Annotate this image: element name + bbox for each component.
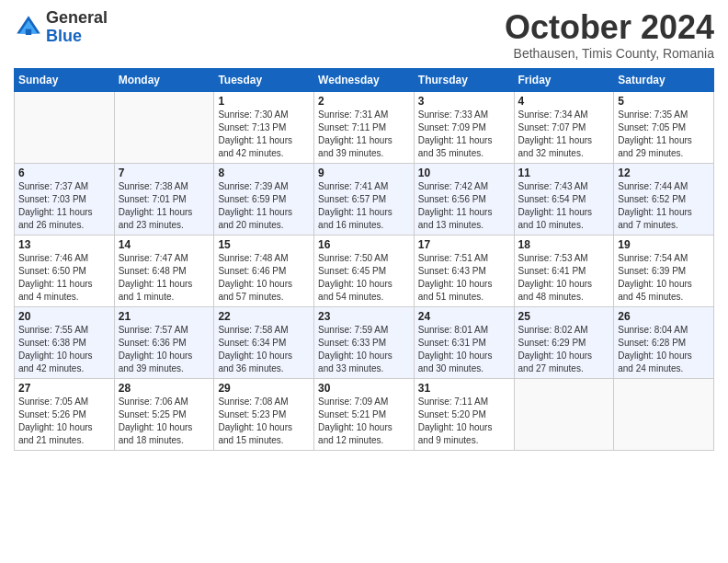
day-info: Sunrise: 7:53 AMSunset: 6:41 PMDaylight:… [518,252,610,304]
calendar-day-14: 14Sunrise: 7:47 AMSunset: 6:48 PMDayligh… [114,235,214,306]
day-number: 26 [618,310,710,323]
calendar-day-empty [614,378,714,450]
calendar-day-24: 24Sunrise: 8:01 AMSunset: 6:31 PMDayligh… [414,306,514,378]
calendar-day-7: 7Sunrise: 7:38 AMSunset: 7:01 PMDaylight… [114,163,214,235]
calendar-day-23: 23Sunrise: 7:59 AMSunset: 6:33 PMDayligh… [314,306,415,378]
weekday-header-row: SundayMondayTuesdayWednesdayThursdayFrid… [15,68,714,91]
day-number: 7 [119,167,210,179]
day-number: 21 [119,310,210,323]
calendar-day-29: 29Sunrise: 7:08 AMSunset: 5:23 PMDayligh… [214,378,314,450]
day-number: 6 [18,167,110,179]
calendar-day-9: 9Sunrise: 7:41 AMSunset: 6:57 PMDaylight… [314,163,415,235]
calendar-day-27: 27Sunrise: 7:05 AMSunset: 5:26 PMDayligh… [15,378,115,450]
logo-general: General [46,9,108,28]
calendar-day-22: 22Sunrise: 7:58 AMSunset: 6:34 PMDayligh… [214,306,314,378]
logo-text: General Blue [46,9,108,46]
day-info: Sunrise: 8:02 AMSunset: 6:29 PMDaylight:… [518,324,610,375]
svg-rect-2 [26,29,31,34]
day-info: Sunrise: 7:06 AMSunset: 5:25 PMDaylight:… [119,396,210,447]
day-info: Sunrise: 7:09 AMSunset: 5:21 PMDaylight:… [318,396,410,447]
day-number: 2 [318,95,410,108]
day-info: Sunrise: 7:44 AMSunset: 6:52 PMDaylight:… [618,180,710,232]
day-number: 31 [418,382,510,395]
day-info: Sunrise: 7:47 AMSunset: 6:48 PMDaylight:… [119,252,210,304]
day-info: Sunrise: 7:35 AMSunset: 7:05 PMDaylight:… [618,109,710,160]
day-info: Sunrise: 8:04 AMSunset: 6:28 PMDaylight:… [618,324,710,375]
weekday-header-monday: Monday [114,68,214,91]
calendar-day-18: 18Sunrise: 7:53 AMSunset: 6:41 PMDayligh… [514,235,614,306]
day-info: Sunrise: 7:11 AMSunset: 5:20 PMDaylight:… [418,396,510,447]
logo: General Blue [14,9,108,46]
calendar-day-20: 20Sunrise: 7:55 AMSunset: 6:38 PMDayligh… [15,306,115,378]
day-number: 24 [418,310,510,323]
day-info: Sunrise: 7:37 AMSunset: 7:03 PMDaylight:… [18,180,110,232]
day-number: 28 [119,382,210,395]
day-number: 17 [418,238,510,251]
calendar-day-26: 26Sunrise: 8:04 AMSunset: 6:28 PMDayligh… [614,306,714,378]
calendar-day-empty [15,91,115,163]
calendar-day-28: 28Sunrise: 7:06 AMSunset: 5:25 PMDayligh… [114,378,214,450]
day-number: 16 [318,238,410,251]
calendar-day-13: 13Sunrise: 7:46 AMSunset: 6:50 PMDayligh… [15,235,115,306]
day-info: Sunrise: 7:31 AMSunset: 7:11 PMDaylight:… [318,109,410,160]
day-info: Sunrise: 7:30 AMSunset: 7:13 PMDaylight:… [218,109,310,160]
calendar-week-row: 20Sunrise: 7:55 AMSunset: 6:38 PMDayligh… [15,306,714,378]
day-info: Sunrise: 7:55 AMSunset: 6:38 PMDaylight:… [18,324,110,375]
calendar-day-21: 21Sunrise: 7:57 AMSunset: 6:36 PMDayligh… [114,306,214,378]
day-info: Sunrise: 8:01 AMSunset: 6:31 PMDaylight:… [418,324,510,375]
day-number: 13 [18,238,110,251]
day-info: Sunrise: 7:59 AMSunset: 6:33 PMDaylight:… [318,324,410,375]
day-info: Sunrise: 7:39 AMSunset: 6:59 PMDaylight:… [218,180,310,232]
calendar-day-25: 25Sunrise: 8:02 AMSunset: 6:29 PMDayligh… [514,306,614,378]
calendar-day-6: 6Sunrise: 7:37 AMSunset: 7:03 PMDaylight… [15,163,115,235]
day-info: Sunrise: 7:05 AMSunset: 5:26 PMDaylight:… [18,396,110,447]
calendar-day-17: 17Sunrise: 7:51 AMSunset: 6:43 PMDayligh… [414,235,514,306]
day-info: Sunrise: 7:43 AMSunset: 6:54 PMDaylight:… [518,180,610,232]
day-number: 11 [518,167,610,179]
calendar-day-empty [114,91,214,163]
day-number: 14 [119,238,210,251]
day-number: 25 [518,310,610,323]
calendar-day-19: 19Sunrise: 7:54 AMSunset: 6:39 PMDayligh… [614,235,714,306]
month-title: October 2024 [505,9,714,46]
day-info: Sunrise: 7:48 AMSunset: 6:46 PMDaylight:… [218,252,310,304]
weekday-header-wednesday: Wednesday [314,68,415,91]
day-info: Sunrise: 7:54 AMSunset: 6:39 PMDaylight:… [618,252,710,304]
logo-blue: Blue [46,28,108,46]
calendar-week-row: 27Sunrise: 7:05 AMSunset: 5:26 PMDayligh… [15,378,714,450]
weekday-header-tuesday: Tuesday [214,68,314,91]
day-number: 23 [318,310,410,323]
header: General Blue October 2024 Bethausen, Tim… [14,9,714,61]
calendar-day-3: 3Sunrise: 7:33 AMSunset: 7:09 PMDaylight… [414,91,514,163]
day-number: 29 [218,382,310,395]
calendar-day-15: 15Sunrise: 7:48 AMSunset: 6:46 PMDayligh… [214,235,314,306]
calendar-day-10: 10Sunrise: 7:42 AMSunset: 6:56 PMDayligh… [414,163,514,235]
day-number: 1 [218,95,310,108]
calendar-day-30: 30Sunrise: 7:09 AMSunset: 5:21 PMDayligh… [314,378,415,450]
day-number: 22 [218,310,310,323]
calendar-day-31: 31Sunrise: 7:11 AMSunset: 5:20 PMDayligh… [414,378,514,450]
day-number: 18 [518,238,610,251]
day-number: 9 [318,167,410,179]
weekday-header-friday: Friday [514,68,614,91]
calendar-day-4: 4Sunrise: 7:34 AMSunset: 7:07 PMDaylight… [514,91,614,163]
calendar-day-empty [514,378,614,450]
calendar-day-5: 5Sunrise: 7:35 AMSunset: 7:05 PMDaylight… [614,91,714,163]
calendar-day-1: 1Sunrise: 7:30 AMSunset: 7:13 PMDaylight… [214,91,314,163]
day-info: Sunrise: 7:41 AMSunset: 6:57 PMDaylight:… [318,180,410,232]
logo-icon [14,13,43,42]
day-info: Sunrise: 7:50 AMSunset: 6:45 PMDaylight:… [318,252,410,304]
day-number: 30 [318,382,410,395]
calendar-day-8: 8Sunrise: 7:39 AMSunset: 6:59 PMDaylight… [214,163,314,235]
day-info: Sunrise: 7:38 AMSunset: 7:01 PMDaylight:… [119,180,210,232]
weekday-header-thursday: Thursday [414,68,514,91]
weekday-header-saturday: Saturday [614,68,714,91]
day-number: 27 [18,382,110,395]
day-number: 10 [418,167,510,179]
day-info: Sunrise: 7:34 AMSunset: 7:07 PMDaylight:… [518,109,610,160]
location-subtitle: Bethausen, Timis County, Romania [505,46,714,61]
calendar-week-row: 1Sunrise: 7:30 AMSunset: 7:13 PMDaylight… [15,91,714,163]
day-info: Sunrise: 7:42 AMSunset: 6:56 PMDaylight:… [418,180,510,232]
day-number: 4 [518,95,610,108]
day-info: Sunrise: 7:51 AMSunset: 6:43 PMDaylight:… [418,252,510,304]
